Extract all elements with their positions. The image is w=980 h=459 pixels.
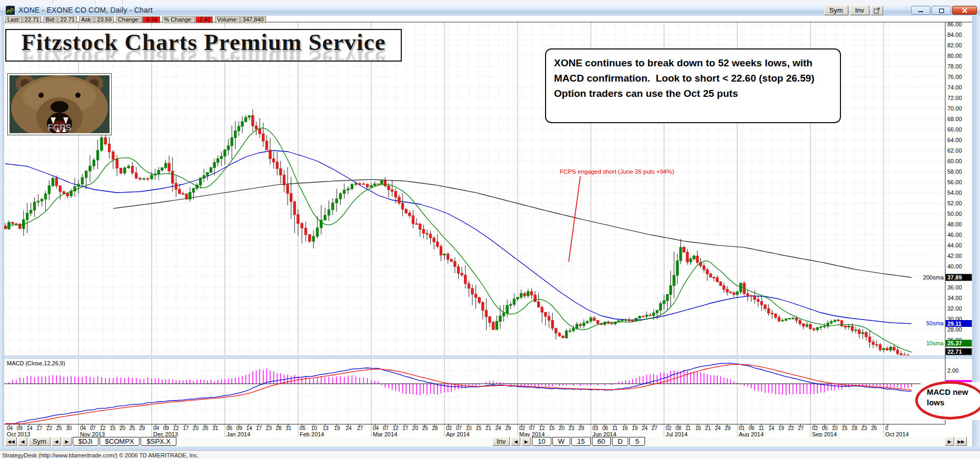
interval-tab-10[interactable]: 10 (532, 437, 551, 446)
svg-text:80.00: 80.00 (947, 53, 962, 59)
chart-window-icon (6, 6, 15, 15)
svg-text:74.00: 74.00 (947, 84, 962, 91)
svg-text:Sep 2014: Sep 2014 (812, 431, 837, 437)
svg-text:40.00: 40.00 (947, 263, 962, 270)
svg-text:12: 12 (539, 425, 545, 431)
quote-field-value: 347,840 (241, 16, 266, 23)
panel-splitter[interactable] (4, 356, 972, 358)
window-titlebar[interactable]: XONE - EXONE CO COM, Daily - Chart Sym I… (0, 4, 980, 16)
quote-field-label: Change: (116, 16, 142, 23)
svg-text:25: 25 (422, 425, 429, 431)
scroll-last-button[interactable]: ▶▶ (955, 437, 967, 446)
svg-text:15: 15 (842, 425, 848, 431)
svg-text:20: 20 (120, 425, 126, 431)
symbol-tab-spxx[interactable]: $SPX.X (141, 437, 176, 446)
svg-text:58.00: 58.00 (947, 168, 962, 175)
svg-text:52.00: 52.00 (947, 200, 962, 206)
symbol-tabs-right-button[interactable]: ▶ (62, 437, 72, 446)
svg-text:01: 01 (739, 425, 745, 431)
quote-field-label: Last: (5, 16, 22, 23)
svg-text:18: 18 (852, 425, 858, 431)
svg-text:28: 28 (276, 425, 282, 431)
svg-text:27: 27 (798, 425, 804, 431)
sym-button[interactable]: Sym (824, 5, 848, 15)
svg-text:31: 31 (285, 425, 292, 431)
svg-text:10: 10 (466, 425, 472, 431)
svg-text:19: 19 (778, 425, 785, 431)
svg-text:06: 06 (602, 425, 609, 431)
minimize-button[interactable] (911, 6, 930, 15)
symbol-tab-dji[interactable]: $DJI (73, 437, 98, 446)
scroll-right-button[interactable]: ▶ (945, 437, 954, 446)
close-button[interactable] (952, 6, 977, 15)
inv-tab-button[interactable]: Inv (492, 437, 510, 446)
restore-button[interactable] (932, 6, 951, 15)
quote-field-label: % Change: (162, 16, 195, 23)
svg-text:28.00: 28.00 (947, 326, 962, 333)
svg-text:23: 23 (569, 425, 575, 431)
svg-text:Oct 2014: Oct 2014 (885, 431, 909, 437)
status-text: StrategyDesk (http://www.tdameritrade.co… (2, 452, 199, 458)
svg-text:May 2014: May 2014 (519, 431, 545, 437)
svg-text:76.00: 76.00 (947, 74, 962, 80)
svg-text:Oct 2013: Oct 2013 (7, 431, 31, 437)
50sma-label: 50sma (926, 320, 944, 326)
interval-tab-15[interactable]: 15 (571, 437, 590, 446)
symbol-tabs-left-button[interactable]: ◀ (52, 437, 61, 446)
svg-text:27: 27 (357, 425, 363, 431)
service-banner: Fitzstock Charts Premium Service Fitzsto… (5, 29, 402, 62)
interval-tab-60[interactable]: 60 (592, 437, 611, 446)
svg-text:30: 30 (66, 425, 72, 431)
svg-text:54.00: 54.00 (947, 189, 962, 196)
scroll-first-button[interactable]: ◀◀ (5, 437, 17, 446)
svg-text:24: 24 (715, 425, 721, 431)
sym-tab-button[interactable]: Sym (28, 437, 51, 446)
svg-text:2.00: 2.00 (947, 367, 958, 374)
svg-text:16: 16 (622, 425, 628, 431)
svg-text:04: 04 (7, 425, 13, 431)
app-status-bar: StrategyDesk (http://www.tdameritrade.co… (0, 451, 980, 459)
popout-button[interactable] (871, 5, 883, 15)
interval-tab-w[interactable]: W (552, 437, 570, 446)
svg-text:17: 17 (36, 425, 43, 431)
svg-text:07: 07 (456, 425, 462, 431)
svg-text:07: 07 (383, 425, 389, 431)
interval-tab-d[interactable]: D (612, 437, 628, 446)
svg-text:20: 20 (193, 425, 199, 431)
200sma-label: 200sma (923, 274, 944, 281)
svg-text:04: 04 (153, 425, 160, 431)
quote-bar: Last:22.71Bid:22.71Ask:23.59Change:-0.56… (5, 16, 268, 23)
svg-text:05: 05 (300, 425, 306, 431)
svg-text:21: 21 (486, 425, 492, 431)
svg-text:13: 13 (323, 425, 329, 431)
svg-text:22: 22 (46, 425, 53, 431)
bear-watermark: FCPS (47, 123, 71, 133)
quote-field-value: -0.56 (142, 16, 160, 23)
scroll-left-button[interactable]: ◀ (18, 437, 27, 446)
svg-text:32.00: 32.00 (947, 305, 962, 312)
interval-tabs-right-button[interactable]: ▶ (521, 437, 531, 446)
trade-annotation-text: FCPS engaged short (June 35 puts +94%) (560, 168, 674, 175)
svg-text:08: 08 (676, 425, 682, 431)
minimize-icon (918, 8, 924, 13)
svg-text:09: 09 (163, 425, 170, 431)
quote-field-label: Volume: (215, 16, 240, 23)
window-bottom-frame (0, 446, 980, 451)
svg-text:Jan 2014: Jan 2014 (226, 431, 250, 437)
svg-text:09: 09 (236, 425, 243, 431)
svg-text:46.00: 46.00 (947, 232, 962, 238)
svg-text:Mar 2014: Mar 2014 (373, 431, 397, 437)
svg-text:20: 20 (559, 425, 565, 431)
svg-text:31: 31 (212, 425, 219, 431)
svg-text:19: 19 (632, 425, 638, 431)
symbol-tab-compx[interactable]: $COMPX (100, 437, 140, 446)
red-ellipse-annotation (915, 381, 980, 420)
inv-button[interactable]: Inv (850, 5, 869, 15)
interval-tabs-left-button[interactable]: ◀ (511, 437, 520, 446)
interval-tab-5[interactable]: 5 (629, 437, 645, 446)
svg-text:Apr 2014: Apr 2014 (446, 431, 470, 437)
svg-text:24: 24 (642, 425, 648, 431)
bottom-toolbar: ◀◀◀Sym◀▶$DJI$COMPX$SPX.X Inv◀▶10W1560D5 … (4, 437, 972, 446)
svg-text:14: 14 (26, 425, 33, 431)
svg-text:29.11: 29.11 (947, 321, 962, 327)
